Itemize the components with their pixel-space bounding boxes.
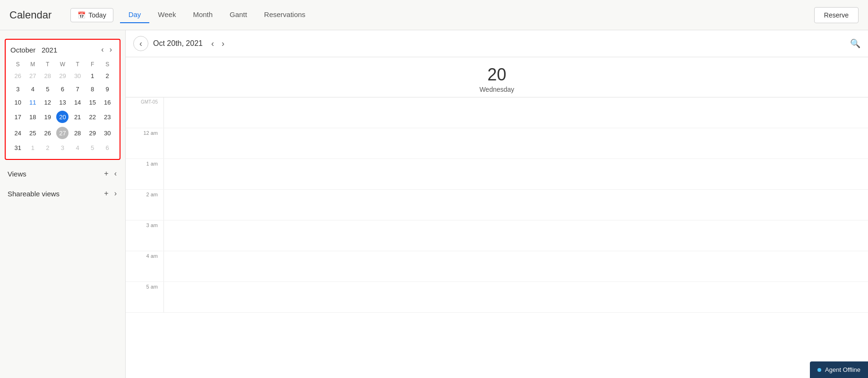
- cal-day[interactable]: 5: [40, 82, 55, 96]
- mini-cal-grid: S M T W T F S 26 27 28 29: [10, 60, 115, 154]
- cal-day[interactable]: 25: [26, 125, 41, 141]
- cal-day[interactable]: 15: [85, 96, 100, 109]
- cal-day[interactable]: 14: [70, 96, 85, 109]
- cal-day[interactable]: 19: [40, 109, 55, 125]
- cal-day[interactable]: 9: [100, 82, 115, 96]
- views-label: Views: [8, 170, 103, 178]
- tab-reservations[interactable]: Reservations: [256, 7, 314, 23]
- main-area: October 2021 ‹ › S M T W T F S: [0, 30, 868, 378]
- time-row-3am: 3 am: [126, 220, 868, 251]
- time-label-12am: 12 am: [126, 128, 163, 136]
- cal-day[interactable]: 18: [26, 109, 41, 125]
- cal-day[interactable]: 1: [85, 69, 100, 82]
- time-slot-2am[interactable]: [163, 190, 868, 220]
- time-slot-4am[interactable]: [163, 251, 868, 281]
- cal-day[interactable]: 23: [100, 109, 115, 125]
- shareable-views-add-button[interactable]: +: [103, 188, 109, 199]
- agent-offline-badge[interactable]: Agent Offline: [810, 361, 868, 378]
- day-title: Oct 20th, 2021: [153, 39, 203, 48]
- weekday-wed: W: [55, 60, 70, 69]
- calendar-icon: 📅: [77, 11, 86, 19]
- day-nav-header: ‹ Oct 20th, 2021 ‹ › 🔍: [126, 30, 868, 57]
- cal-day[interactable]: 5: [85, 141, 100, 154]
- time-label-3am: 3 am: [126, 220, 163, 228]
- reserve-button[interactable]: Reserve: [814, 7, 859, 23]
- cal-day[interactable]: 29: [55, 69, 70, 82]
- cal-day[interactable]: 6: [100, 141, 115, 154]
- cal-day[interactable]: 30: [100, 125, 115, 141]
- cal-day[interactable]: 16: [100, 96, 115, 109]
- weekday-sat: S: [100, 60, 115, 69]
- tab-day[interactable]: Day: [120, 7, 150, 23]
- cal-day[interactable]: 17: [10, 109, 26, 125]
- today-indicator: 20: [56, 111, 69, 123]
- cal-day[interactable]: 4: [70, 141, 85, 154]
- time-slot-5am[interactable]: [163, 282, 868, 312]
- cal-day-selected[interactable]: 27: [55, 125, 70, 141]
- time-row-12am: 12 am: [126, 128, 868, 159]
- time-row-4am: 4 am: [126, 251, 868, 282]
- tab-gantt[interactable]: Gantt: [221, 7, 256, 23]
- cal-day[interactable]: 31: [10, 141, 26, 154]
- cal-day[interactable]: 26: [10, 69, 26, 82]
- cal-day[interactable]: 2: [40, 141, 55, 154]
- mini-cal-next[interactable]: ›: [107, 44, 115, 55]
- day-back-button[interactable]: ‹: [133, 36, 148, 51]
- cal-day-today[interactable]: 20: [55, 109, 70, 125]
- shareable-views-expand-button[interactable]: ›: [113, 188, 118, 199]
- cal-day[interactable]: 12: [40, 96, 55, 109]
- cal-day[interactable]: 10: [10, 96, 26, 109]
- cal-day[interactable]: 7: [70, 82, 85, 96]
- time-slot-1am[interactable]: [163, 159, 868, 189]
- weekday-fri: F: [85, 60, 100, 69]
- selected-indicator: 27: [56, 127, 69, 139]
- mini-cal-month: October: [10, 46, 35, 54]
- time-label-5am: 5 am: [126, 282, 163, 290]
- agent-offline-dot: [817, 368, 821, 372]
- cal-day[interactable]: 11: [26, 96, 41, 109]
- cal-day[interactable]: 3: [10, 82, 26, 96]
- time-row-1am: 1 am: [126, 159, 868, 190]
- cal-day[interactable]: 24: [10, 125, 26, 141]
- views-collapse-button[interactable]: ‹: [113, 168, 118, 179]
- cal-day[interactable]: 26: [40, 125, 55, 141]
- cal-day[interactable]: 6: [55, 82, 70, 96]
- agent-offline-label: Agent Offline: [825, 366, 860, 373]
- time-slot-3am[interactable]: [163, 220, 868, 251]
- cal-day[interactable]: 22: [85, 109, 100, 125]
- time-slot-12am[interactable]: [163, 128, 868, 158]
- views-actions: + ‹: [103, 168, 118, 179]
- mini-cal-prev[interactable]: ‹: [98, 44, 106, 55]
- cal-day[interactable]: 1: [26, 141, 41, 154]
- cal-day[interactable]: 13: [55, 96, 70, 109]
- today-button[interactable]: 📅 Today: [70, 8, 113, 22]
- day-next-button[interactable]: ›: [218, 37, 228, 51]
- time-row-2am: 2 am: [126, 190, 868, 220]
- cal-day[interactable]: 28: [70, 125, 85, 141]
- cal-day[interactable]: 8: [85, 82, 100, 96]
- tab-week[interactable]: Week: [149, 7, 184, 23]
- views-section: Views + ‹: [0, 164, 125, 184]
- cal-day[interactable]: 28: [40, 69, 55, 82]
- cal-day[interactable]: 27: [26, 69, 41, 82]
- gmt-label: GMT-05: [126, 97, 163, 105]
- views-add-button[interactable]: +: [103, 168, 109, 179]
- shareable-views-actions: + ›: [103, 188, 118, 199]
- day-prev-button[interactable]: ‹: [207, 37, 218, 51]
- mini-calendar: October 2021 ‹ › S M T W T F S: [5, 39, 120, 160]
- mini-cal-year: 2021: [42, 46, 57, 54]
- cal-day[interactable]: 3: [55, 141, 70, 154]
- cal-day[interactable]: 2: [100, 69, 115, 82]
- search-button[interactable]: 🔍: [850, 38, 860, 49]
- cal-day[interactable]: 21: [70, 109, 85, 125]
- app-title: Calendar: [9, 9, 52, 21]
- today-label: Today: [88, 11, 106, 19]
- time-label-1am: 1 am: [126, 159, 163, 167]
- cal-day[interactable]: 30: [70, 69, 85, 82]
- tab-month[interactable]: Month: [184, 7, 221, 23]
- day-view-header: 20 Wednesday: [126, 57, 868, 97]
- cal-day[interactable]: 4: [26, 82, 41, 96]
- weekday-mon: M: [26, 60, 41, 69]
- app-header: Calendar 📅 Today Day Week Month Gantt Re…: [0, 0, 868, 30]
- cal-day[interactable]: 29: [85, 125, 100, 141]
